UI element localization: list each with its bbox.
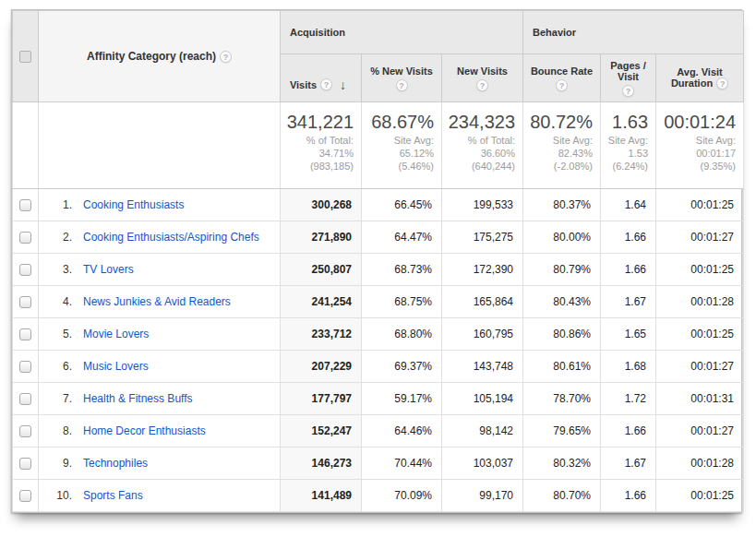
row-checkbox[interactable]	[19, 393, 31, 405]
category-cell: 3.TV Lovers	[39, 254, 281, 286]
category-cell: 8.Home Decor Enthusiasts	[39, 415, 281, 448]
row-index: 4.	[50, 295, 72, 308]
avg-duration-cell: 00:01:31	[656, 383, 744, 415]
summary-pages-value: 1.63	[601, 112, 648, 132]
sort-desc-icon[interactable]: ↓	[340, 78, 346, 92]
visits-cell: 146,273	[281, 448, 362, 480]
help-icon[interactable]: ?	[716, 78, 728, 90]
help-icon[interactable]: ?	[396, 79, 408, 91]
row-index: 10.	[50, 489, 72, 502]
summary-checkbox-cell	[13, 102, 39, 189]
new-visits-cell: 98,142	[442, 415, 523, 448]
pct-new-visits-cell: 68.75%	[362, 286, 442, 318]
category-link[interactable]: News Junkies & Avid Readers	[83, 295, 231, 308]
category-link[interactable]: Cooking Enthusiasts	[83, 198, 184, 211]
row-checkbox-cell	[13, 254, 39, 286]
new-visits-cell: 165,864	[442, 286, 523, 318]
bounce-rate-cell: 79.65%	[523, 415, 601, 448]
column-header-pages-visit[interactable]: Pages / Visit ?	[601, 54, 656, 102]
category-link[interactable]: Sports Fans	[83, 489, 143, 502]
summary-bounce-subtext: Site Avg: 82.43% (-2.08%)	[523, 134, 593, 173]
row-checkbox[interactable]	[19, 458, 31, 470]
column-header-new-visits[interactable]: New Visits ?	[442, 54, 523, 102]
help-icon[interactable]: ?	[476, 79, 488, 91]
summary-pages-subtext: Site Avg: 1.53 (6.24%)	[601, 134, 648, 173]
column-header-visits[interactable]: Visits?↓	[281, 54, 362, 102]
row-checkbox-cell	[13, 318, 39, 351]
bounce-rate-cell: 80.86%	[523, 318, 601, 351]
row-checkbox[interactable]	[19, 264, 31, 276]
category-cell: 5.Movie Lovers	[39, 318, 281, 351]
bounce-rate-cell: 80.79%	[523, 254, 601, 286]
avg-duration-cell: 00:01:28	[656, 448, 744, 480]
summary-avg-duration: 00:01:24 Site Avg: 00:01:17 (9.35%)	[656, 102, 744, 189]
select-all-checkbox[interactable]	[19, 51, 31, 63]
row-index: 5.	[50, 328, 72, 340]
visits-cell: 271,890	[281, 221, 362, 254]
row-checkbox[interactable]	[19, 296, 31, 308]
summary-visits-subtext: % of Total: 34.71% (983,185)	[281, 134, 354, 173]
pages-visit-cell: 1.68	[601, 351, 656, 383]
row-index: 7.	[50, 392, 72, 405]
category-link[interactable]: Music Lovers	[83, 360, 149, 373]
pages-visit-cell: 1.72	[601, 383, 656, 415]
category-link[interactable]: Movie Lovers	[83, 328, 149, 340]
row-checkbox[interactable]	[19, 361, 31, 373]
pages-visit-cell: 1.67	[601, 286, 656, 318]
column-header-pct-new-visits[interactable]: % New Visits ?	[362, 54, 442, 102]
new-visits-column-label: New Visits	[457, 66, 508, 77]
row-index: 2.	[50, 231, 72, 244]
help-icon[interactable]: ?	[220, 51, 232, 63]
category-cell: 4.News Junkies & Avid Readers	[39, 286, 281, 318]
new-visits-cell: 199,533	[442, 189, 523, 221]
category-link[interactable]: TV Lovers	[83, 263, 134, 276]
table-row: 10.Sports Fans 141,489 70.09% 99,170 80.…	[13, 480, 744, 512]
help-icon[interactable]: ?	[622, 85, 634, 97]
table-row: 3.TV Lovers 250,807 68.73% 172,390 80.79…	[13, 254, 744, 286]
new-visits-cell: 160,795	[442, 318, 523, 351]
pct-new-visits-cell: 70.09%	[362, 480, 442, 512]
column-header-bounce-rate[interactable]: Bounce Rate ?	[523, 54, 601, 102]
bounce-rate-cell: 80.61%	[523, 351, 601, 383]
row-checkbox-cell	[13, 448, 39, 480]
category-link[interactable]: Health & Fitness Buffs	[83, 392, 193, 405]
row-checkbox[interactable]	[19, 425, 31, 437]
avg-duration-cell: 00:01:28	[656, 286, 744, 318]
pages-visit-column-label: Pages / Visit	[610, 60, 646, 82]
table-row: 5.Movie Lovers 233,712 68.80% 160,795 80…	[13, 318, 744, 351]
row-checkbox[interactable]	[19, 232, 31, 244]
avg-duration-cell: 00:01:27	[656, 415, 744, 448]
category-link[interactable]: Technophiles	[83, 457, 148, 470]
summary-pct-new-visits: 68.67% Site Avg: 65.12% (5.46%)	[362, 102, 442, 189]
bounce-rate-column-label: Bounce Rate	[531, 66, 593, 77]
bounce-rate-cell: 80.43%	[523, 286, 601, 318]
summary-pct-new-value: 68.67%	[362, 112, 434, 132]
visits-column-label: Visits	[290, 79, 317, 90]
summary-category-cell	[39, 102, 281, 189]
avg-duration-cell: 00:01:25	[656, 318, 744, 351]
pct-new-visits-cell: 70.44%	[362, 448, 442, 480]
column-header-avg-visit-duration[interactable]: Avg. Visit Duration?	[656, 54, 744, 102]
row-checkbox[interactable]	[19, 328, 31, 340]
category-cell: 9.Technophiles	[39, 448, 281, 480]
group-header-row: Affinity Category (reach)? Acquisition B…	[13, 11, 744, 54]
category-cell: 10.Sports Fans	[39, 480, 281, 512]
summary-new-visits-value: 234,323	[442, 112, 515, 132]
pages-visit-cell: 1.64	[601, 189, 656, 221]
summary-bounce-rate: 80.72% Site Avg: 82.43% (-2.08%)	[523, 102, 601, 189]
category-cell: 1.Cooking Enthusiasts	[39, 189, 281, 221]
help-icon[interactable]: ?	[320, 78, 332, 90]
category-link[interactable]: Home Decor Enthusiasts	[83, 424, 206, 437]
row-checkbox-cell	[13, 415, 39, 448]
help-icon[interactable]: ?	[556, 79, 568, 91]
category-link[interactable]: Cooking Enthusiasts/Aspiring Chefs	[83, 231, 259, 244]
summary-bounce-value: 80.72%	[523, 112, 593, 132]
avg-duration-cell: 00:01:27	[656, 351, 744, 383]
pct-new-visits-column-label: % New Visits	[370, 66, 433, 77]
dimension-header[interactable]: Affinity Category (reach)?	[39, 11, 281, 102]
row-checkbox[interactable]	[19, 490, 31, 502]
row-checkbox[interactable]	[19, 199, 31, 211]
table-row: 7.Health & Fitness Buffs 177,797 59.17% …	[13, 383, 744, 415]
bounce-rate-cell: 80.70%	[523, 480, 601, 512]
summary-new-visits-subtext: % of Total: 36.60% (640,244)	[442, 134, 515, 173]
